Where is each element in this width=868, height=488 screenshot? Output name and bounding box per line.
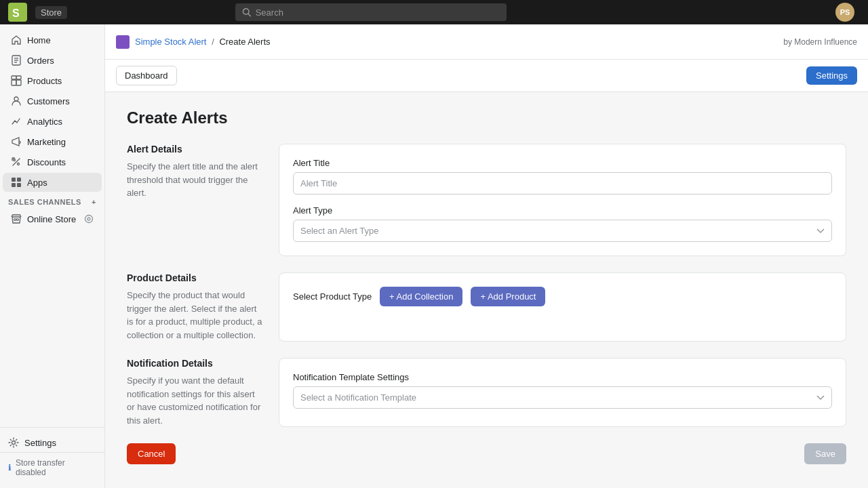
sidebar-item-apps[interactable]: Apps — [3, 173, 102, 192]
dashboard-tab[interactable]: Dashboard — [116, 66, 177, 85]
svg-point-22 — [87, 218, 90, 220]
search-icon — [242, 7, 251, 17]
select-product-type-label: Select Product Type — [293, 291, 372, 302]
home-icon — [11, 35, 22, 45]
template-settings-label: Notification Template Settings — [293, 372, 832, 382]
cancel-button[interactable]: Cancel — [127, 443, 176, 464]
product-details-title: Product Details — [127, 272, 262, 283]
alert-title-label: Alert Title — [293, 158, 832, 168]
online-store-settings-icon[interactable] — [84, 214, 94, 224]
save-button[interactable]: Save — [804, 443, 846, 464]
add-sales-channel-icon[interactable]: + — [92, 198, 96, 206]
product-type-row: Select Product Type + Add Collection + A… — [293, 287, 832, 306]
product-details-desc: Specify the product that would trigger t… — [127, 289, 262, 342]
online-store-icon — [11, 214, 22, 224]
svg-point-20 — [17, 219, 19, 221]
sidebar-item-label: Products — [27, 76, 62, 86]
products-icon — [11, 75, 22, 86]
svg-point-23 — [12, 441, 16, 445]
sidebar-item-discounts[interactable]: Discounts — [3, 152, 102, 171]
sidebar-item-marketing[interactable]: Marketing — [3, 132, 102, 151]
sidebar: Home Orders Products Customers Analytics — [0, 24, 105, 488]
sub-header-tabs: Dashboard — [116, 66, 177, 85]
breadcrumb-current: Create Alerts — [219, 37, 270, 47]
search-bar[interactable] — [235, 3, 507, 21]
topbar: S Store PS — [0, 0, 868, 24]
app-header-left: Simple Stock Alert / Create Alerts — [116, 35, 271, 49]
store-disabled-label: Store transfer disabled — [16, 458, 96, 477]
sidebar-item-products[interactable]: Products — [3, 71, 102, 90]
sales-channels-section: SALES CHANNELS + — [0, 192, 104, 209]
discounts-icon — [11, 157, 22, 167]
svg-rect-10 — [12, 76, 16, 79]
add-product-button[interactable]: + Add Product — [471, 287, 545, 306]
alert-type-select[interactable]: Select an Alert Type — [293, 220, 832, 242]
sidebar-item-orders[interactable]: Orders — [3, 51, 102, 70]
action-row: Cancel Save — [127, 443, 846, 464]
sidebar-item-label: Marketing — [27, 137, 66, 147]
product-details-card: Select Product Type + Add Collection + A… — [279, 272, 846, 342]
sidebar-item-analytics[interactable]: Analytics — [3, 112, 102, 131]
notification-details-card: Notification Template Settings Select a … — [279, 358, 846, 427]
store-selector[interactable]: Store — [35, 6, 67, 19]
svg-rect-15 — [12, 178, 16, 182]
sidebar-bottom: Settings ℹ Store transfer disabled — [0, 427, 104, 483]
sidebar-item-home[interactable]: Home — [3, 30, 102, 49]
settings-button[interactable]: Settings — [806, 66, 857, 85]
svg-point-12 — [14, 97, 18, 101]
svg-text:S: S — [12, 7, 20, 19]
alert-title-input[interactable] — [293, 172, 832, 195]
customers-icon — [11, 96, 22, 106]
sidebar-item-label: Home — [27, 35, 51, 45]
main-content: Simple Stock Alert / Create Alerts by Mo… — [105, 24, 868, 488]
alert-type-label: Alert Type — [293, 205, 832, 216]
marketing-icon — [11, 136, 22, 147]
sidebar-item-label: Customers — [27, 96, 70, 106]
add-collection-button[interactable]: + Add Collection — [380, 287, 462, 306]
svg-point-19 — [14, 219, 16, 221]
svg-rect-16 — [17, 178, 21, 182]
product-details-info: Product Details Specify the product that… — [127, 272, 262, 342]
app-header: Simple Stock Alert / Create Alerts by Mo… — [105, 24, 868, 60]
svg-rect-11 — [16, 76, 21, 79]
breadcrumb: Simple Stock Alert / Create Alerts — [135, 37, 271, 47]
svg-line-3 — [248, 14, 250, 16]
page-content: Create Alerts Alert Details Specify the … — [105, 92, 868, 488]
apps-icon — [11, 177, 22, 188]
search-input[interactable] — [256, 7, 500, 18]
orders-icon — [11, 55, 22, 66]
alert-details-info: Alert Details Specify the alert title an… — [127, 144, 262, 256]
notification-details-info: Notification Details Specify if you want… — [127, 358, 262, 427]
sidebar-item-online-store[interactable]: Online Store — [3, 209, 102, 228]
svg-rect-8 — [12, 80, 16, 85]
sidebar-item-label: Orders — [27, 56, 54, 66]
sidebar-item-label: Discounts — [27, 157, 66, 167]
sidebar-item-customers[interactable]: Customers — [3, 92, 102, 110]
svg-rect-18 — [17, 183, 21, 187]
notification-details-desc: Specify if you want the default notifica… — [127, 374, 262, 427]
avatar[interactable]: PS — [835, 3, 854, 22]
settings-label: Settings — [24, 438, 56, 448]
page-title: Create Alerts — [127, 108, 846, 127]
app-by-label: by Modern Influence — [783, 37, 857, 47]
store-disabled-bar: ℹ Store transfer disabled — [0, 452, 104, 483]
topbar-right: PS — [835, 3, 860, 22]
online-store-label: Online Store — [27, 214, 76, 224]
analytics-icon — [11, 116, 22, 127]
svg-rect-9 — [16, 80, 21, 85]
svg-point-21 — [85, 216, 93, 223]
alert-details-section: Alert Details Specify the alert title an… — [127, 144, 846, 256]
alert-details-title: Alert Details — [127, 144, 262, 155]
svg-point-14 — [18, 163, 20, 165]
notification-details-title: Notification Details — [127, 358, 262, 369]
notification-template-select[interactable]: Select a Notification Template — [293, 386, 832, 409]
alert-details-card: Alert Title Alert Type Select an Alert T… — [279, 144, 846, 256]
sub-header: Dashboard Settings — [105, 60, 868, 92]
app-icon — [116, 35, 130, 49]
notification-details-section: Notification Details Specify if you want… — [127, 358, 846, 427]
breadcrumb-app-link[interactable]: Simple Stock Alert — [135, 37, 207, 47]
svg-rect-17 — [12, 183, 16, 187]
sidebar-item-label: Apps — [27, 178, 47, 188]
sidebar-item-settings[interactable]: Settings — [0, 433, 104, 452]
shopify-logo: S — [8, 3, 27, 22]
